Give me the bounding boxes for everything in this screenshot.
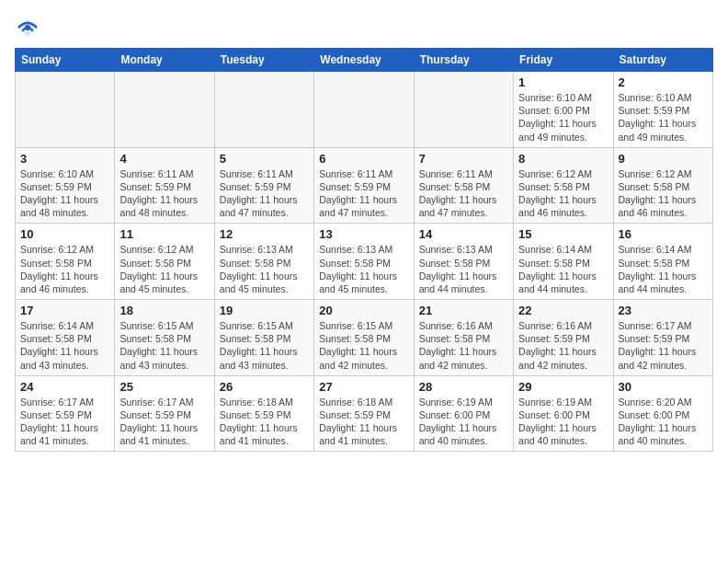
calendar-week-row: 24Sunrise: 6:17 AMSunset: 5:59 PMDayligh… [16, 375, 713, 452]
day-number: 8 [518, 152, 608, 166]
calendar-week-row: 17Sunrise: 6:14 AMSunset: 5:58 PMDayligh… [16, 300, 713, 376]
day-number: 3 [20, 152, 109, 166]
calendar-day-8: 8Sunrise: 6:12 AMSunset: 5:58 PMDaylight… [514, 147, 613, 224]
day-number: 20 [319, 304, 408, 317]
day-number: 14 [419, 227, 508, 241]
day-info: Sunrise: 6:19 AMSunset: 6:00 PMDaylight:… [518, 396, 608, 448]
calendar-day-19: 19Sunrise: 6:15 AMSunset: 5:58 PMDayligh… [214, 300, 313, 376]
col-header-sunday: Sunday [16, 49, 115, 72]
day-info: Sunrise: 6:14 AMSunset: 5:58 PMDaylight:… [619, 243, 708, 295]
day-number: 18 [119, 304, 209, 317]
day-info: Sunrise: 6:15 AMSunset: 5:58 PMDaylight:… [319, 319, 408, 372]
day-info: Sunrise: 6:15 AMSunset: 5:58 PMDaylight:… [220, 319, 309, 372]
day-info: Sunrise: 6:13 AMSunset: 5:58 PMDaylight:… [220, 243, 309, 295]
day-info: Sunrise: 6:10 AMSunset: 6:00 PMDaylight:… [518, 91, 608, 144]
calendar-table: SundayMondayTuesdayWednesdayThursdayFrid… [15, 48, 713, 452]
col-header-tuesday: Tuesday [214, 49, 313, 72]
logo [15, 15, 44, 40]
day-number: 27 [319, 380, 408, 394]
calendar-day-empty [16, 72, 115, 148]
day-number: 7 [419, 152, 508, 166]
day-info: Sunrise: 6:16 AMSunset: 5:58 PMDaylight:… [419, 319, 508, 372]
col-header-thursday: Thursday [414, 49, 513, 72]
day-number: 4 [119, 152, 209, 166]
calendar-day-21: 21Sunrise: 6:16 AMSunset: 5:58 PMDayligh… [414, 300, 513, 376]
col-header-friday: Friday [514, 49, 613, 72]
day-number: 25 [119, 380, 209, 394]
calendar-day-29: 29Sunrise: 6:19 AMSunset: 6:00 PMDayligh… [514, 375, 613, 452]
svg-point-2 [25, 25, 30, 30]
day-info: Sunrise: 6:12 AMSunset: 5:58 PMDaylight:… [20, 243, 109, 295]
day-info: Sunrise: 6:11 AMSunset: 5:59 PMDaylight:… [119, 167, 209, 220]
day-info: Sunrise: 6:12 AMSunset: 5:58 PMDaylight:… [518, 167, 608, 220]
calendar-day-7: 7Sunrise: 6:11 AMSunset: 5:58 PMDaylight… [414, 147, 513, 224]
day-info: Sunrise: 6:15 AMSunset: 5:58 PMDaylight:… [119, 319, 209, 372]
day-number: 16 [619, 227, 708, 241]
day-number: 9 [619, 152, 708, 166]
calendar-day-1: 1Sunrise: 6:10 AMSunset: 6:00 PMDaylight… [514, 72, 613, 148]
day-number: 13 [319, 227, 408, 241]
col-header-monday: Monday [115, 49, 214, 72]
calendar-day-4: 4Sunrise: 6:11 AMSunset: 5:59 PMDaylight… [115, 147, 214, 224]
calendar-day-23: 23Sunrise: 6:17 AMSunset: 5:59 PMDayligh… [613, 300, 712, 376]
day-info: Sunrise: 6:11 AMSunset: 5:59 PMDaylight:… [220, 167, 309, 220]
day-info: Sunrise: 6:17 AMSunset: 5:59 PMDaylight:… [20, 396, 109, 448]
day-number: 2 [619, 75, 708, 89]
calendar-day-2: 2Sunrise: 6:10 AMSunset: 5:59 PMDaylight… [613, 72, 712, 148]
calendar-day-27: 27Sunrise: 6:18 AMSunset: 5:59 PMDayligh… [314, 375, 414, 452]
day-number: 24 [20, 380, 109, 394]
day-number: 30 [619, 380, 708, 394]
day-info: Sunrise: 6:11 AMSunset: 5:58 PMDaylight:… [419, 167, 508, 220]
calendar-day-3: 3Sunrise: 6:10 AMSunset: 5:59 PMDaylight… [16, 147, 115, 224]
page-header [15, 15, 713, 40]
calendar-day-11: 11Sunrise: 6:12 AMSunset: 5:58 PMDayligh… [115, 224, 214, 300]
logo-icon [15, 15, 40, 40]
day-number: 1 [518, 75, 608, 89]
day-number: 26 [220, 380, 309, 394]
day-info: Sunrise: 6:13 AMSunset: 5:58 PMDaylight:… [419, 243, 508, 295]
day-info: Sunrise: 6:20 AMSunset: 6:00 PMDaylight:… [619, 396, 708, 448]
col-header-wednesday: Wednesday [314, 49, 414, 72]
calendar-week-row: 3Sunrise: 6:10 AMSunset: 5:59 PMDaylight… [16, 147, 713, 224]
day-number: 5 [220, 152, 309, 166]
calendar-day-12: 12Sunrise: 6:13 AMSunset: 5:58 PMDayligh… [214, 224, 313, 300]
calendar-day-empty [115, 72, 214, 148]
day-info: Sunrise: 6:12 AMSunset: 5:58 PMDaylight:… [619, 167, 708, 220]
day-number: 11 [119, 227, 209, 241]
day-number: 28 [419, 380, 508, 394]
calendar-day-empty [414, 72, 513, 148]
calendar-day-22: 22Sunrise: 6:16 AMSunset: 5:59 PMDayligh… [514, 300, 613, 376]
day-info: Sunrise: 6:14 AMSunset: 5:58 PMDaylight:… [518, 243, 608, 295]
day-number: 23 [619, 304, 708, 317]
calendar-day-14: 14Sunrise: 6:13 AMSunset: 5:58 PMDayligh… [414, 224, 513, 300]
calendar-day-20: 20Sunrise: 6:15 AMSunset: 5:58 PMDayligh… [314, 300, 414, 376]
calendar-day-6: 6Sunrise: 6:11 AMSunset: 5:59 PMDaylight… [314, 147, 414, 224]
day-info: Sunrise: 6:11 AMSunset: 5:59 PMDaylight:… [319, 167, 408, 220]
day-info: Sunrise: 6:14 AMSunset: 5:58 PMDaylight:… [20, 319, 109, 372]
calendar-day-9: 9Sunrise: 6:12 AMSunset: 5:58 PMDaylight… [613, 147, 712, 224]
day-number: 22 [518, 304, 608, 317]
day-info: Sunrise: 6:18 AMSunset: 5:59 PMDaylight:… [319, 396, 408, 448]
day-info: Sunrise: 6:12 AMSunset: 5:58 PMDaylight:… [119, 243, 209, 295]
calendar-day-24: 24Sunrise: 6:17 AMSunset: 5:59 PMDayligh… [16, 375, 115, 452]
col-header-saturday: Saturday [613, 49, 712, 72]
calendar-week-row: 1Sunrise: 6:10 AMSunset: 6:00 PMDaylight… [16, 72, 713, 148]
day-info: Sunrise: 6:10 AMSunset: 5:59 PMDaylight:… [20, 167, 109, 220]
day-number: 17 [20, 304, 109, 317]
day-number: 15 [518, 227, 608, 241]
day-number: 19 [220, 304, 309, 317]
calendar-header-row: SundayMondayTuesdayWednesdayThursdayFrid… [16, 49, 713, 72]
calendar-day-5: 5Sunrise: 6:11 AMSunset: 5:59 PMDaylight… [214, 147, 313, 224]
calendar-day-empty [214, 72, 313, 148]
calendar-day-28: 28Sunrise: 6:19 AMSunset: 6:00 PMDayligh… [414, 375, 513, 452]
calendar-day-30: 30Sunrise: 6:20 AMSunset: 6:00 PMDayligh… [613, 375, 712, 452]
calendar-day-17: 17Sunrise: 6:14 AMSunset: 5:58 PMDayligh… [16, 300, 115, 376]
day-number: 21 [419, 304, 508, 317]
calendar-day-25: 25Sunrise: 6:17 AMSunset: 5:59 PMDayligh… [115, 375, 214, 452]
day-info: Sunrise: 6:17 AMSunset: 5:59 PMDaylight:… [119, 396, 209, 448]
day-info: Sunrise: 6:18 AMSunset: 5:59 PMDaylight:… [220, 396, 309, 448]
day-number: 29 [518, 380, 608, 394]
day-info: Sunrise: 6:10 AMSunset: 5:59 PMDaylight:… [619, 91, 708, 144]
calendar-day-13: 13Sunrise: 6:13 AMSunset: 5:58 PMDayligh… [314, 224, 414, 300]
day-number: 12 [220, 227, 309, 241]
